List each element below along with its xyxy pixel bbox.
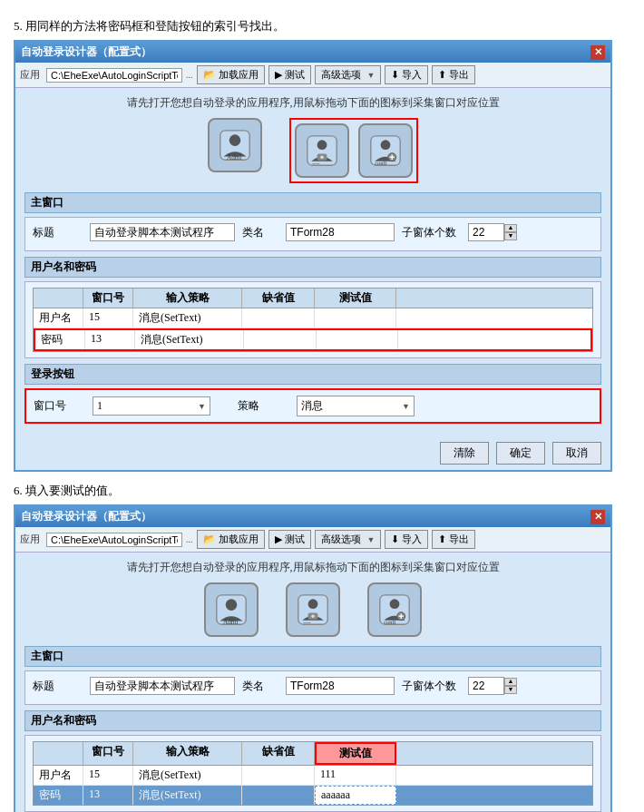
login-btn-form-row: 窗口号 1 ▼ 策略 消息 ▼ bbox=[34, 396, 592, 416]
spin-down-btn[interactable]: ▼ bbox=[504, 232, 517, 240]
d2-class-input[interactable] bbox=[286, 677, 395, 695]
import-button[interactable]: ⬇ 导入 bbox=[385, 65, 428, 84]
credentials-table: 窗口号 输入策略 缺省值 测试值 用户名 15 消息(SetText) 密码 1… bbox=[33, 288, 593, 352]
svg-text:Admi: Admi bbox=[227, 154, 241, 161]
drag-icon-2[interactable]: ---- bbox=[295, 123, 349, 178]
dropdown-arrow-icon: ▼ bbox=[198, 402, 206, 411]
dialog2-toolbar: 应用 ... 📂 加载应用 ▶ 测试 高级选项 ▼ ⬇ 导入 ⬆ 导出 bbox=[15, 527, 610, 553]
cell-strategy-1: 消息(SetText) bbox=[133, 308, 242, 328]
cancel-button[interactable]: 取消 bbox=[552, 442, 601, 465]
d2-main-window-form-row: 标题 类名 子窗体个数 ▲ ▼ bbox=[33, 677, 593, 695]
d2-hint-text: 请先打开您想自动登录的应用程序,用鼠标拖动下面的图标到采集窗口对应位置 bbox=[24, 560, 601, 575]
d2-credentials-section-header: 用户名和密码 bbox=[24, 710, 601, 731]
title-input[interactable] bbox=[90, 223, 235, 241]
dialog1-toolbar: 应用 ... 📂 加载应用 ▶ 测试 高级选项 ▼ ⬇ 导入 ⬆ 导出 bbox=[15, 63, 610, 88]
child-label: 子窗体个数 bbox=[402, 225, 461, 240]
drag-icon-1[interactable]: Admi bbox=[208, 118, 262, 172]
child-count-spinner[interactable]: ▲ ▼ bbox=[468, 223, 517, 241]
dialog2-titlebar: 自动登录设计器（配置式） ✕ bbox=[15, 506, 610, 527]
cell-default-2 bbox=[244, 330, 317, 349]
window-num-dropdown[interactable]: 1 ▼ bbox=[93, 396, 210, 416]
d2-app-label: 应用 bbox=[20, 533, 40, 546]
app-path-input[interactable] bbox=[46, 68, 182, 83]
load-icon: 📂 bbox=[203, 69, 216, 81]
svg-point-1 bbox=[229, 134, 241, 146]
col-header-default: 缺省值 bbox=[242, 289, 315, 308]
svg-point-9 bbox=[381, 140, 391, 150]
red-outline-icons-group: ---- confi bbox=[289, 118, 418, 183]
col-header-window: 窗口号 bbox=[83, 289, 133, 308]
advanced-button[interactable]: 高级选项 ▼ bbox=[315, 65, 382, 84]
d2-cell-test-1: 111 bbox=[315, 766, 396, 785]
d2-credentials-table-header: 窗口号 输入策略 缺省值 测试值 bbox=[34, 742, 592, 766]
d2-export-button[interactable]: ⬆ 导出 bbox=[432, 530, 475, 549]
d2-cell-test-2: aaaaaa bbox=[315, 786, 396, 805]
load-app-button[interactable]: 📂 加载应用 bbox=[197, 65, 265, 84]
class-label: 类名 bbox=[242, 225, 278, 240]
d2-advanced-button[interactable]: 高级选项 ▼ bbox=[315, 530, 382, 549]
d2-spin-down-btn[interactable]: ▼ bbox=[504, 686, 517, 694]
dialog1-content: 请先打开您想自动登录的应用程序,用鼠标拖动下面的图标到采集窗口对应位置 Admi bbox=[15, 88, 610, 436]
d2-cell-password: 密码 bbox=[34, 786, 83, 805]
import-icon: ⬇ bbox=[391, 69, 399, 81]
dialog1-footer: 清除 确定 取消 bbox=[15, 436, 610, 470]
d2-spin-up-btn[interactable]: ▲ bbox=[504, 678, 517, 686]
d2-main-window-section-body: 标题 类名 子窗体个数 ▲ ▼ bbox=[24, 670, 601, 705]
cell-test-2 bbox=[317, 330, 398, 349]
svg-point-18 bbox=[308, 599, 318, 609]
svg-point-23 bbox=[390, 599, 400, 609]
spin-up-btn[interactable]: ▲ bbox=[504, 224, 517, 232]
svg-point-4 bbox=[317, 140, 327, 150]
d2-import-button[interactable]: ⬇ 导入 bbox=[385, 530, 428, 549]
drag-icon-3[interactable]: confi bbox=[358, 123, 413, 178]
d2-title-input[interactable] bbox=[90, 677, 235, 695]
dialog1-titlebar: 自动登录设计器（配置式） ✕ bbox=[15, 42, 610, 63]
cell-window-num-1: 15 bbox=[83, 308, 133, 328]
d2-load-app-button[interactable]: 📂 加载应用 bbox=[197, 530, 265, 549]
d2-test-button[interactable]: ▶ 测试 bbox=[268, 530, 311, 549]
export-button[interactable]: ⬆ 导出 bbox=[432, 65, 475, 84]
svg-point-6 bbox=[320, 155, 324, 159]
d2-app-path-input[interactable] bbox=[46, 533, 182, 547]
d2-main-window-section-header: 主窗口 bbox=[24, 646, 601, 667]
hint-text: 请先打开您想自动登录的应用程序,用鼠标拖动下面的图标到采集窗口对应位置 bbox=[24, 95, 601, 111]
d2-table-row-password: 密码 13 消息(SetText) aaaaaa bbox=[34, 786, 592, 805]
window-num-value: 1 bbox=[97, 399, 102, 413]
d2-child-count-spinner[interactable]: ▲ ▼ bbox=[468, 677, 517, 695]
svg-point-15 bbox=[226, 599, 238, 611]
cell-window-num-2: 13 bbox=[85, 330, 135, 349]
dialog1-close-button[interactable]: ✕ bbox=[590, 45, 605, 60]
d2-col-header-default: 缺省值 bbox=[242, 742, 315, 765]
child-count-input[interactable] bbox=[468, 223, 504, 241]
dialog2-close-button[interactable]: ✕ bbox=[590, 510, 605, 524]
d2-drag-icon-3[interactable]: confi bbox=[367, 582, 422, 637]
test-icon: ▶ bbox=[275, 69, 282, 81]
d2-chevron-icon: ▼ bbox=[367, 535, 376, 544]
d2-cell-strategy-2: 消息(SetText) bbox=[133, 786, 242, 805]
cell-strategy-2: 消息(SetText) bbox=[135, 330, 244, 349]
login-btn-section-body: 窗口号 1 ▼ 策略 消息 ▼ bbox=[24, 388, 601, 424]
d2-drag-icon-2[interactable]: ---- bbox=[286, 582, 340, 637]
d2-drag-icon-1[interactable]: Admi bbox=[204, 582, 259, 637]
svg-text:----: ---- bbox=[312, 160, 319, 166]
ok-button[interactable]: 确定 bbox=[496, 442, 545, 465]
col-header-name bbox=[34, 289, 83, 308]
d2-cell-strategy-1: 消息(SetText) bbox=[133, 766, 242, 785]
clear-button[interactable]: 清除 bbox=[440, 442, 489, 465]
cell-test-1 bbox=[315, 308, 396, 328]
svg-text:confi: confi bbox=[375, 160, 386, 166]
strategy-dropdown[interactable]: 消息 ▼ bbox=[297, 396, 415, 416]
svg-text:confi: confi bbox=[384, 619, 395, 625]
col-header-test: 测试值 bbox=[315, 289, 396, 308]
test-button[interactable]: ▶ 测试 bbox=[268, 65, 311, 84]
d2-col-header-strategy: 输入策略 bbox=[133, 742, 242, 765]
class-input[interactable] bbox=[286, 223, 395, 241]
dialog2-title: 自动登录设计器（配置式） bbox=[21, 509, 151, 524]
strategy-arrow-icon: ▼ bbox=[402, 402, 410, 411]
table-row: 用户名 15 消息(SetText) bbox=[34, 308, 592, 328]
dialog2: 自动登录设计器（配置式） ✕ 应用 ... 📂 加载应用 ▶ 测试 高级选项 ▼… bbox=[14, 504, 612, 812]
chevron-down-icon: ▼ bbox=[367, 71, 376, 80]
d2-child-count-input[interactable] bbox=[468, 677, 504, 695]
main-window-section-body: 标题 类名 子窗体个数 ▲ ▼ bbox=[24, 217, 601, 251]
d2-credentials-table: 窗口号 输入策略 缺省值 测试值 用户名 15 消息(SetText) 111 … bbox=[33, 741, 593, 806]
